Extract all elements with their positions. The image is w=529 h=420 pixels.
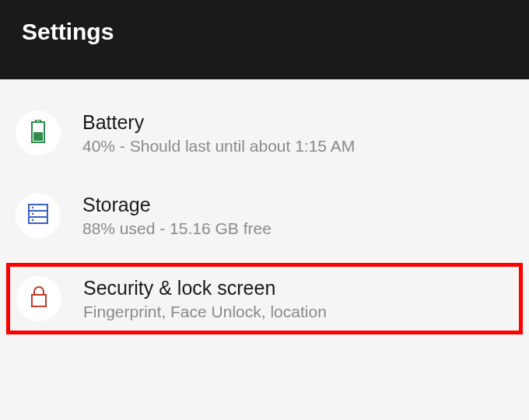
item-text: Storage 88% used - 15.16 GB free <box>82 194 272 238</box>
settings-item-security[interactable]: Security & lock screen Fingerprint, Face… <box>6 263 523 334</box>
svg-point-8 <box>32 219 33 221</box>
storage-icon <box>28 204 48 227</box>
svg-point-6 <box>32 207 33 208</box>
settings-item-battery[interactable]: Battery 40% - Should last until about 1:… <box>0 98 529 168</box>
battery-icon <box>31 120 45 146</box>
item-title: Battery <box>82 111 355 134</box>
svg-rect-9 <box>32 295 46 306</box>
svg-rect-3 <box>29 205 47 223</box>
item-text: Battery 40% - Should last until about 1:… <box>82 111 355 156</box>
item-title: Security & lock screen <box>83 277 327 299</box>
item-subtitle: Fingerprint, Face Unlock, location <box>83 303 327 321</box>
lock-icon <box>30 286 47 311</box>
security-icon-container <box>16 276 61 321</box>
svg-rect-2 <box>33 132 43 141</box>
item-title: Storage <box>82 194 272 216</box>
storage-icon-container <box>16 193 61 238</box>
item-text: Security & lock screen Fingerprint, Face… <box>83 277 327 321</box>
battery-icon-container <box>16 110 61 156</box>
settings-item-storage[interactable]: Storage 88% used - 15.16 GB free <box>0 180 529 250</box>
page-title: Settings <box>22 19 507 45</box>
app-header: Settings <box>0 0 529 79</box>
item-subtitle: 88% used - 15.16 GB free <box>82 219 272 238</box>
settings-list: Battery 40% - Should last until about 1:… <box>0 79 529 353</box>
item-subtitle: 40% - Should last until about 1:15 AM <box>82 137 355 156</box>
svg-point-7 <box>32 213 33 215</box>
